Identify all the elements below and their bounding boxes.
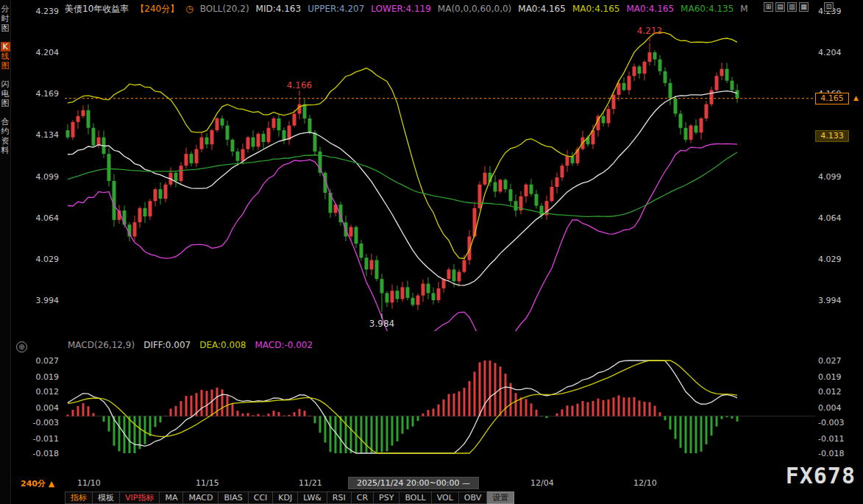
price-axis-label: 4.064 <box>36 213 60 223</box>
macd-axis-label: -0.003 <box>33 418 59 427</box>
sidebar-item-2[interactable]: 闪电图 <box>1 79 10 108</box>
chart-header: 美债10年收益率 【240分】 ◷ BOLL(20,2) MID:4.163 U… <box>65 2 748 15</box>
x-axis-row: 240分 ▲ 11/1011/1511/2112/0412/102025/11/… <box>0 477 863 490</box>
price-axis-label: 4.239 <box>36 7 60 16</box>
price-chart-canvas[interactable]: 4.2394.2394.2044.2044.1694.1694.1344.134… <box>0 0 863 331</box>
toolbar-tab-15[interactable]: 设置 <box>487 491 514 504</box>
price-annotation: 4.166 <box>287 80 312 90</box>
price-axis-label: 4.204 <box>818 48 842 57</box>
toolbar-tab-1[interactable]: 模板 <box>93 491 120 504</box>
sidebar-item-char: K <box>1 42 10 52</box>
macd-axis-label: 0.012 <box>36 387 60 397</box>
ma-label: MA(0,0,0,60,0,0) <box>438 4 511 14</box>
macd-axis-label: 0.027 <box>36 356 60 366</box>
sidebar-item-char: 图 <box>1 24 10 33</box>
macd-axis-label: 0.027 <box>818 356 842 366</box>
macd-axis-label: -0.011 <box>33 434 59 444</box>
boll-lower-value: LOWER:4.119 <box>371 4 431 14</box>
ma0-value-2: MA0:4.165 <box>572 4 620 14</box>
sidebar-item-char: 图 <box>1 99 10 108</box>
macd-dea-line <box>68 361 737 453</box>
price-annotation: 3.984 <box>369 319 394 329</box>
x-axis-label: 11/10 <box>77 478 101 488</box>
toolbar-tab-0[interactable]: 指标 <box>65 491 93 504</box>
boll-mid-line <box>68 91 737 285</box>
toolbar-tab-4[interactable]: MACD <box>183 491 219 504</box>
sidebar-item-char: 料 <box>1 146 10 155</box>
sidebar-item-char: 线 <box>1 52 10 61</box>
ma0-value-3: MA0:4.165 <box>626 4 674 14</box>
boll-label: BOLL(20,2) <box>200 4 249 14</box>
price-axis-label: 4.134 <box>36 130 60 140</box>
x-axis-label: 11/15 <box>196 478 219 488</box>
boll-lower-line <box>68 143 737 331</box>
indicator-panel-icon[interactable]: ⊕ <box>16 341 27 352</box>
macd-chart-canvas[interactable]: 0.0270.0270.0190.0190.0120.0120.0040.004… <box>0 331 863 478</box>
ma-price-badge: 4.133 <box>815 130 849 142</box>
boll-upper-value: UPPER:4.207 <box>308 4 364 14</box>
price-axis-label: 3.994 <box>818 296 842 305</box>
macd-name: MACD(26,12,9) <box>68 340 135 350</box>
sidebar-item-char: 图 <box>1 61 10 71</box>
macd-legend: MACD(26,12,9) DIFF:0.007 DEA:0.008 MACD:… <box>68 340 313 350</box>
period-selector-label: 240分 <box>21 479 46 489</box>
macd-axis-label: 0.004 <box>36 403 60 413</box>
toolbar-tab-13[interactable]: VOL <box>432 491 459 504</box>
macd-axis-label: 0.019 <box>36 372 60 382</box>
chart-type-sidebar: 分时图K线图闪电图合约资料 <box>0 0 11 504</box>
ma-suffix: M <box>740 4 747 14</box>
toolbar-tab-5[interactable]: BIAS <box>219 491 248 504</box>
x-axis-label: 12/10 <box>633 478 657 488</box>
window-control-icon-2[interactable]: ▥ <box>787 2 797 12</box>
price-axis-label: 4.099 <box>36 172 60 182</box>
window-control-icons: ⊞▤▥▦⊡ <box>764 2 834 12</box>
window-control-icon-3[interactable]: ▦ <box>799 2 809 12</box>
sidebar-item-1[interactable]: K线图 <box>1 42 10 71</box>
price-annotation: 4.212 <box>637 26 662 36</box>
watermark-logo: FX678 <box>786 463 856 489</box>
toolbar-tab-3[interactable]: MA <box>160 491 183 504</box>
toolbar-tab-2[interactable]: VIP指标 <box>120 491 160 504</box>
window-control-icon-0[interactable]: ⊞ <box>764 2 773 12</box>
sidebar-item-char: 时 <box>1 14 10 24</box>
macd-axis-label: 0.012 <box>818 387 842 397</box>
sidebar-item-3[interactable]: 合约资料 <box>1 117 10 155</box>
toolbar-tab-8[interactable]: LW& <box>298 491 327 504</box>
x-axis-label: 12/04 <box>530 478 554 488</box>
macd-axis-label: 0.019 <box>818 372 842 382</box>
sidebar-item-char: 分 <box>1 4 10 14</box>
ma0-value-1: MA0:4.165 <box>518 4 566 14</box>
period-label[interactable]: 【240分】 <box>135 3 179 15</box>
toolbar-tab-10[interactable]: CR <box>352 491 374 504</box>
toolbar-tab-12[interactable]: BOLL <box>399 491 431 504</box>
sidebar-item-0[interactable]: 分时图 <box>1 4 10 33</box>
macd-diff-line <box>68 361 737 453</box>
current-price-badge: 4.165 <box>815 93 849 104</box>
macd-axis-label: -0.018 <box>818 449 844 458</box>
symbol-title: 美债10年收益率 <box>65 3 129 15</box>
window-control-icon-1[interactable]: ▤ <box>775 2 785 12</box>
macd-hist-value: MACD:-0.002 <box>255 340 313 350</box>
sidebar-item-char: 约 <box>1 127 10 136</box>
selected-period-label: 2025/11/24 20:00~00:00 — <box>348 477 479 489</box>
window-control-icon-4[interactable]: ⊡ <box>824 2 834 12</box>
toolbar-tab-6[interactable]: CCI <box>249 491 274 504</box>
price-axis-label: 4.204 <box>36 48 60 57</box>
price-axis-label: 4.169 <box>36 89 60 99</box>
macd-axis-label: 0.004 <box>818 403 842 413</box>
price-axis-label: 4.099 <box>818 172 842 182</box>
indicator-toolbar: 指标模板VIP指标MAMACDBIASCCIKDJLW&RSICRPSYBOLL… <box>65 491 514 504</box>
toolbar-tab-9[interactable]: RSI <box>327 491 352 504</box>
toolbar-tab-14[interactable]: OBV <box>459 491 487 504</box>
ma60-value: MA60:4.135 <box>681 4 734 14</box>
sidebar-item-char: 闪 <box>1 79 10 89</box>
sidebar-item-char: 资 <box>1 136 10 146</box>
macd-diff-value: DIFF:0.007 <box>143 340 191 350</box>
sidebar-item-char: 电 <box>1 89 10 99</box>
toolbar-tab-7[interactable]: KDJ <box>273 491 298 504</box>
price-axis-label: 4.029 <box>36 255 60 264</box>
period-selector[interactable]: 240分 ▲ <box>21 478 54 489</box>
toolbar-tab-11[interactable]: PSY <box>374 491 399 504</box>
macd-axis-label: -0.018 <box>33 449 59 458</box>
boll-upper-line <box>68 32 737 259</box>
